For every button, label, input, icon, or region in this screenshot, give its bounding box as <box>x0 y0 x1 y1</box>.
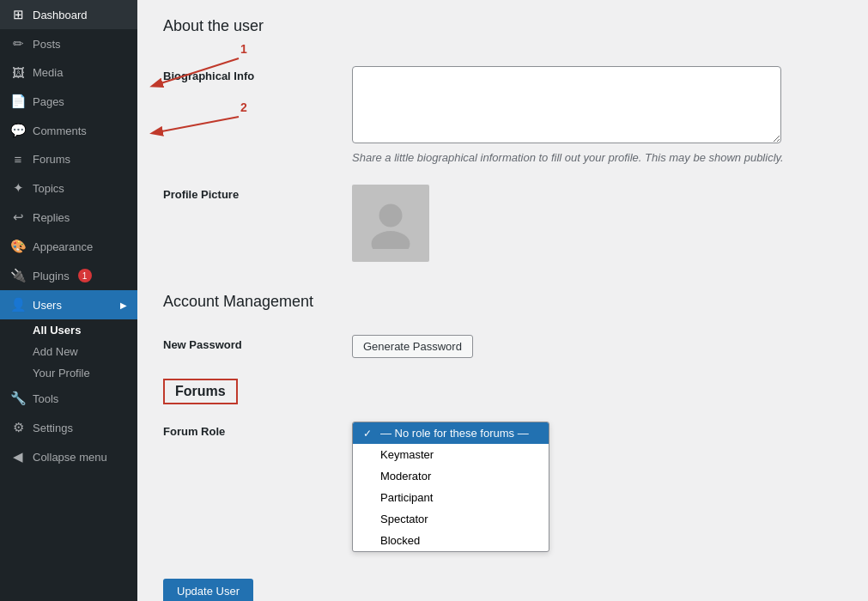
sidebar-item-pages[interactable]: 📄 Pages <box>0 87 137 116</box>
dropdown-option-moderator[interactable]: Moderator <box>353 465 549 487</box>
biographical-info-label: Biographical Info <box>163 70 254 82</box>
biographical-info-input[interactable] <box>352 66 781 143</box>
new-password-row: New Password Generate Password <box>163 325 842 368</box>
sidebar-item-label: Plugins <box>33 270 70 282</box>
about-user-table: Biographical Info Share a little biograp… <box>163 56 842 272</box>
submenu-all-users[interactable]: All Users <box>26 319 137 341</box>
dropdown-option-spectator[interactable]: Spectator <box>353 508 549 530</box>
avatar <box>352 185 429 262</box>
sidebar-item-label: Tools <box>33 392 58 405</box>
sidebar-item-tools[interactable]: 🔧 Tools <box>0 384 137 413</box>
profile-picture-row: Profile Picture <box>163 174 842 272</box>
sidebar-item-collapse[interactable]: ◀ Collapse menu <box>0 442 137 471</box>
sidebar-item-label: Users <box>33 299 62 312</box>
comments-icon: 💬 <box>10 123 26 138</box>
pages-icon: 📄 <box>10 94 26 109</box>
dropdown-option-no-role[interactable]: ✓ — No role for these forums — <box>353 422 549 444</box>
replies-icon: ↩ <box>10 209 26 225</box>
checkmark-icon: ✓ <box>363 428 375 440</box>
sidebar-item-forums[interactable]: ≡ Forums <box>0 145 137 173</box>
avatar-icon <box>365 197 416 249</box>
collapse-icon: ◀ <box>10 449 26 464</box>
submenu-add-new[interactable]: Add New <box>26 341 137 362</box>
forums-icon: ≡ <box>10 152 26 167</box>
sidebar-item-label: Replies <box>33 211 70 224</box>
users-expand-icon: ▶ <box>120 300 127 310</box>
sidebar-item-plugins[interactable]: 🔌 Plugins 1 <box>0 261 137 290</box>
account-management-title: Account Management <box>163 293 842 311</box>
dropdown-option-label: Participant <box>380 491 433 504</box>
sidebar-item-topics[interactable]: ✦ Topics <box>0 173 137 203</box>
sidebar-item-replies[interactable]: ↩ Replies <box>0 203 137 232</box>
sidebar: ⊞ Dashboard ✏ Posts 🖼 Media 📄 Pages 💬 Co… <box>0 0 137 601</box>
sidebar-item-label: Topics <box>33 182 64 195</box>
sidebar-item-label: Media <box>33 66 63 79</box>
dropdown-option-label: Keymaster <box>380 448 434 461</box>
generate-password-button[interactable]: Generate Password <box>352 335 473 358</box>
forums-box: Forums <box>163 379 238 404</box>
update-user-button[interactable]: Update User <box>163 579 253 601</box>
sidebar-item-label: Dashboard <box>33 9 88 21</box>
users-icon: 👤 <box>10 297 26 313</box>
sidebar-item-label: Settings <box>33 422 73 434</box>
dropdown-option-label: Spectator <box>380 513 428 525</box>
posts-icon: ✏ <box>10 36 26 52</box>
submenu-your-profile[interactable]: Your Profile <box>26 362 137 384</box>
biographical-hint: Share a little biographical information … <box>352 151 833 164</box>
forum-role-row: Forum Role ✓ — No role for these forums … <box>163 411 842 565</box>
dropdown-option-keymaster[interactable]: Keymaster <box>353 444 549 465</box>
plugins-icon: 🔌 <box>10 268 26 283</box>
plugins-badge: 1 <box>78 269 92 282</box>
sidebar-item-users[interactable]: 👤 Users ▶ <box>0 290 137 319</box>
dropdown-options-list: ✓ — No role for these forums — Keymaster… <box>352 422 549 552</box>
sidebar-item-appearance[interactable]: 🎨 Appearance <box>0 232 137 261</box>
sidebar-item-label: Comments <box>33 124 87 137</box>
dropdown-option-label: Moderator <box>380 470 431 483</box>
forums-table: Forum Role ✓ — No role for these forums … <box>163 411 842 565</box>
dropdown-option-label: — No role for these forums — <box>380 427 529 440</box>
sidebar-item-dashboard[interactable]: ⊞ Dashboard <box>0 0 137 29</box>
sidebar-item-label: Posts <box>33 38 61 51</box>
svg-point-6 <box>372 231 410 249</box>
dropdown-option-participant[interactable]: Participant <box>353 487 549 508</box>
sidebar-item-label: Collapse menu <box>33 451 107 464</box>
dropdown-option-blocked[interactable]: Blocked <box>353 530 549 551</box>
forums-label: Forums <box>175 384 226 398</box>
topics-icon: ✦ <box>10 180 26 196</box>
sidebar-item-posts[interactable]: ✏ Posts <box>0 29 137 58</box>
forum-role-label: Forum Role <box>163 425 225 438</box>
appearance-icon: 🎨 <box>10 239 26 254</box>
media-icon: 🖼 <box>10 65 26 80</box>
sidebar-item-label: Pages <box>33 95 64 108</box>
sidebar-item-media[interactable]: 🖼 Media <box>0 58 137 87</box>
sidebar-item-settings[interactable]: ⚙ Settings <box>0 413 137 442</box>
forum-role-dropdown[interactable]: ✓ — No role for these forums — Keymaster… <box>352 422 549 552</box>
svg-point-5 <box>379 204 403 228</box>
profile-picture-label: Profile Picture <box>163 188 239 201</box>
main-content: 1 2 About the user Biographical Info Sha… <box>137 0 868 601</box>
tools-icon: 🔧 <box>10 391 26 406</box>
settings-icon: ⚙ <box>10 420 26 435</box>
about-user-title: About the user <box>163 17 842 42</box>
sidebar-item-comments[interactable]: 💬 Comments <box>0 116 137 145</box>
svg-text:1: 1 <box>240 42 247 56</box>
dashboard-icon: ⊞ <box>10 7 26 22</box>
biographical-info-row: Biographical Info Share a little biograp… <box>163 56 842 174</box>
sidebar-item-label: Forums <box>33 153 70 166</box>
dropdown-option-label: Blocked <box>380 534 420 547</box>
users-submenu: All Users Add New Your Profile <box>0 319 137 384</box>
new-password-label: New Password <box>163 338 242 351</box>
account-management-table: New Password Generate Password <box>163 325 842 368</box>
sidebar-item-label: Appearance <box>33 240 93 253</box>
